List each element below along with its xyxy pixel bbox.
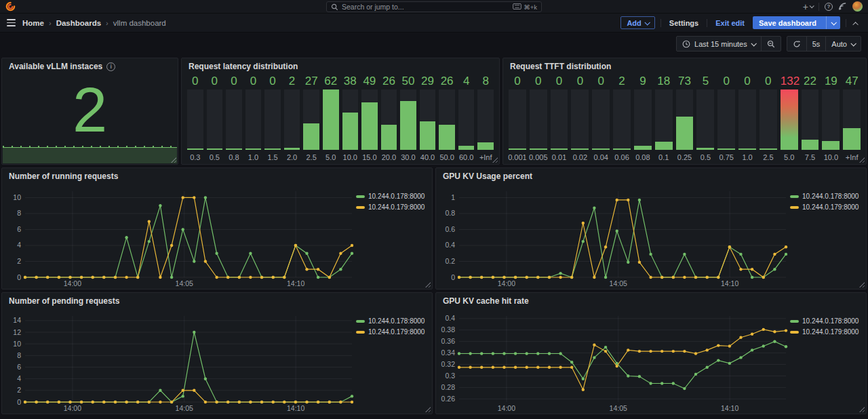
news-rss-icon[interactable] bbox=[838, 2, 847, 11]
add-button[interactable]: Add bbox=[620, 16, 654, 29]
svg-text:8: 8 bbox=[17, 351, 21, 359]
bin-label: 7.5 bbox=[802, 150, 819, 161]
kv-usage-plot[interactable]: 00.20.40.60.8114:0014:0514:10 bbox=[436, 184, 790, 289]
legend-item[interactable]: 10.244.0.178:8000 bbox=[356, 317, 428, 325]
legend-label: 10.244.0.178:8000 bbox=[368, 317, 425, 325]
svg-text:0: 0 bbox=[17, 273, 21, 281]
panel-title-bar[interactable]: GPU KV Usage percent bbox=[436, 168, 866, 184]
svg-text:0: 0 bbox=[451, 273, 455, 281]
bin-label: 0.06 bbox=[613, 150, 631, 161]
legend-marker bbox=[356, 195, 365, 198]
bin-track bbox=[400, 89, 416, 150]
svg-text:2: 2 bbox=[17, 257, 21, 265]
legend-item[interactable]: 10.244.0.178:8000 bbox=[790, 317, 862, 325]
legend-item[interactable]: 10.244.0.178:8000 bbox=[356, 193, 428, 200]
add-new-button[interactable]: + bbox=[803, 1, 813, 12]
info-icon[interactable]: i bbox=[106, 62, 115, 71]
hit-rate-plot[interactable]: 0.260.280.30.320.340.360.380.414:0014:05… bbox=[436, 309, 790, 414]
legend-item[interactable]: 10.244.0.179:8000 bbox=[356, 328, 428, 336]
bin-label: 10.0 bbox=[342, 150, 359, 161]
user-avatar[interactable] bbox=[852, 1, 863, 12]
bin-fill bbox=[592, 148, 610, 150]
chevron-down-icon bbox=[850, 41, 856, 46]
save-dashboard-button[interactable]: Save dashboard bbox=[753, 16, 840, 29]
svg-text:0.26: 0.26 bbox=[441, 395, 456, 403]
bin-fill bbox=[284, 148, 300, 150]
pending-requests-plot[interactable]: 0246810121414:0014:0514:10 bbox=[2, 309, 356, 414]
svg-text:0.28: 0.28 bbox=[441, 383, 456, 391]
histogram-bin: 50.5 bbox=[696, 75, 714, 161]
bin-value: 50 bbox=[400, 75, 416, 89]
auto-refresh-dropdown[interactable]: Auto bbox=[825, 37, 861, 51]
legend-item[interactable]: 10.244.0.178:8000 bbox=[790, 193, 862, 200]
svg-text:12: 12 bbox=[13, 328, 21, 336]
refresh-interval[interactable]: 5s bbox=[806, 37, 826, 51]
exit-edit-button[interactable]: Exit edit bbox=[713, 16, 747, 29]
bin-fill bbox=[717, 148, 735, 150]
timeseries-canvas: 024681014:0014:0514:10 bbox=[2, 184, 356, 289]
bin-value: 0 bbox=[264, 75, 281, 89]
panel-title-bar[interactable]: Request TTFT distribution bbox=[503, 58, 866, 75]
legend-item[interactable]: 10.244.0.179:8000 bbox=[790, 203, 862, 211]
legend-item[interactable]: 10.244.0.179:8000 bbox=[356, 203, 428, 211]
bin-fill bbox=[323, 89, 339, 150]
help-icon[interactable]: ? bbox=[825, 3, 833, 11]
svg-text:6: 6 bbox=[17, 225, 21, 233]
panel-title-bar[interactable]: Number of running requests bbox=[2, 168, 432, 184]
histogram-bin: 2650.0 bbox=[439, 75, 455, 161]
bin-value: 29 bbox=[420, 75, 436, 89]
panel-title: Request TTFT distribution bbox=[510, 62, 611, 71]
panel-title-bar[interactable]: Request latency distribution bbox=[182, 58, 499, 75]
bin-label: 0.75 bbox=[717, 150, 735, 161]
histogram-bin: 01.0 bbox=[245, 75, 262, 161]
bin-value: 5 bbox=[696, 75, 714, 89]
collapse-row-button[interactable] bbox=[852, 18, 861, 28]
bin-fill bbox=[303, 123, 319, 150]
bin-track bbox=[245, 89, 262, 150]
legend-item[interactable]: 10.244.0.179:8000 bbox=[790, 328, 862, 336]
svg-text:14:05: 14:05 bbox=[610, 404, 627, 412]
bin-track bbox=[760, 89, 777, 150]
panel-title-bar[interactable]: GPU KV cache hit rate bbox=[436, 293, 866, 309]
bin-fill bbox=[439, 125, 455, 150]
breadcrumb-separator: › bbox=[106, 19, 108, 27]
running-requests-plot[interactable]: 024681014:0014:0514:10 bbox=[2, 184, 356, 289]
stat-body: 2 bbox=[2, 75, 178, 164]
bin-track bbox=[458, 89, 475, 150]
menu-hamburger-icon[interactable] bbox=[7, 19, 16, 26]
bin-label: 0.08 bbox=[634, 150, 652, 161]
legend-marker bbox=[356, 320, 365, 323]
bin-label: 1.0 bbox=[245, 150, 262, 161]
bin-value: 0 bbox=[245, 75, 262, 89]
breadcrumb-home[interactable]: Home bbox=[22, 19, 44, 27]
search-icon bbox=[331, 3, 338, 11]
bin-label: 20.0 bbox=[381, 150, 397, 161]
panel-title-bar[interactable]: Number of pending requests bbox=[2, 293, 432, 309]
zoom-out-button[interactable] bbox=[761, 37, 781, 51]
bin-fill bbox=[342, 113, 359, 150]
svg-text:14:00: 14:00 bbox=[498, 404, 515, 412]
bin-track bbox=[187, 89, 203, 150]
save-dashboard-caret[interactable] bbox=[826, 16, 840, 29]
bin-label: 0.005 bbox=[530, 150, 547, 161]
time-range-picker[interactable]: Last 15 minutes bbox=[677, 37, 761, 51]
settings-button[interactable]: Settings bbox=[667, 16, 701, 29]
breadcrumb-dashboards[interactable]: Dashboards bbox=[56, 19, 101, 27]
grafana-logo[interactable] bbox=[5, 1, 16, 12]
legend-label: 10.244.0.178:8000 bbox=[368, 193, 425, 200]
bin-value: 9 bbox=[634, 75, 652, 89]
legend: 10.244.0.178:800010.244.0.179:8000 bbox=[790, 184, 866, 289]
bin-label: 2.5 bbox=[760, 150, 777, 161]
legend-marker bbox=[790, 195, 799, 198]
bin-value: 22 bbox=[802, 75, 819, 89]
bin-label: 50.0 bbox=[439, 150, 455, 161]
legend-marker bbox=[356, 206, 365, 209]
top-nav: Search or jump to... ⌘+k + ? bbox=[0, 0, 868, 14]
bin-track bbox=[822, 89, 840, 150]
bin-track bbox=[264, 89, 281, 150]
search-input[interactable]: Search or jump to... ⌘+k bbox=[326, 1, 542, 12]
refresh-button[interactable] bbox=[787, 37, 806, 51]
svg-text:4: 4 bbox=[17, 241, 21, 249]
bin-label: 0.8 bbox=[226, 150, 242, 161]
histogram-bin: 1910.0 bbox=[822, 75, 840, 161]
